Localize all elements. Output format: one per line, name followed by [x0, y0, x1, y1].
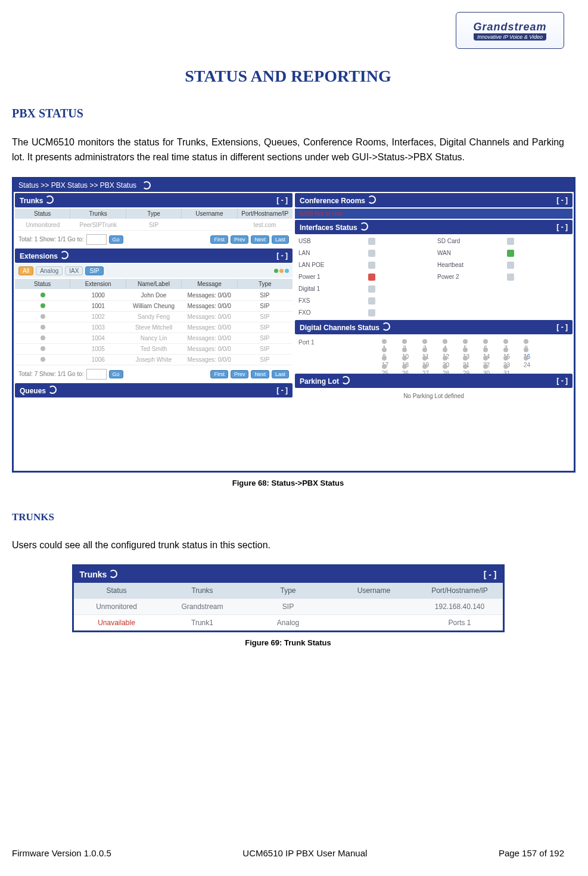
prev-button[interactable]: Prev — [231, 235, 249, 244]
collapse-icon[interactable]: [ - ] — [276, 196, 288, 204]
interface-label: Digital 1 — [295, 283, 365, 295]
filter-all[interactable]: All — [18, 266, 33, 275]
trunks-panel-header[interactable]: Trunks [ - ] — [15, 193, 293, 207]
cell — [331, 599, 417, 614]
collapse-icon[interactable]: [ - ] — [276, 251, 288, 260]
refresh-icon[interactable] — [109, 570, 117, 578]
conference-room-row: 6300 Not In Use — [295, 209, 573, 219]
digital-channel: 11 — [422, 347, 427, 352]
goto-input[interactable] — [86, 234, 107, 245]
trunks-pager: Total: 1 Show: 1/1 Go to: Go First Prev … — [15, 232, 293, 247]
cell: SIP — [237, 355, 293, 365]
collapse-icon[interactable]: [ - ] — [556, 196, 568, 204]
interface-status-icon — [365, 247, 434, 259]
refresh-icon[interactable] — [382, 322, 390, 331]
next-button[interactable]: Next — [251, 370, 269, 378]
cell — [15, 312, 70, 322]
footer-center: UCM6510 IP PBX User Manual — [242, 848, 367, 858]
extension-row: 1004Nancy LinMessages: 0/0/0SIP — [15, 333, 293, 344]
interface-label — [434, 283, 503, 295]
collapse-icon[interactable]: [ - ] — [556, 323, 568, 331]
interfaces-panel-header[interactable]: Interfaces Status [ - ] — [295, 220, 573, 234]
cell: SIP — [237, 322, 293, 333]
digital-channel: 2 — [402, 339, 407, 344]
status-dot-icon — [41, 336, 45, 340]
cell: Grandstream — [160, 599, 245, 614]
collapse-icon[interactable]: [ - ] — [556, 223, 568, 231]
cell: Messages: 0/0/0 — [182, 322, 237, 333]
refresh-icon[interactable] — [341, 376, 350, 384]
filter-analog[interactable]: Analog — [36, 266, 63, 275]
last-button[interactable]: Last — [272, 370, 289, 378]
refresh-icon[interactable] — [360, 222, 368, 231]
digital-body: Port 1 123456789101112131415161718192021… — [295, 336, 573, 372]
cell: SIP — [245, 599, 331, 614]
go-button[interactable]: Go — [109, 370, 123, 378]
cell: SIP — [126, 220, 181, 231]
cell: 1002 — [70, 312, 126, 322]
refresh-icon[interactable] — [368, 195, 376, 204]
last-button[interactable]: Last — [272, 235, 289, 244]
collapse-icon[interactable]: [ - ] — [276, 386, 288, 394]
cell — [15, 290, 70, 301]
prev-button[interactable]: Prev — [231, 370, 249, 378]
status-dot-icon — [41, 293, 45, 297]
col: Type — [238, 279, 293, 289]
digital-title: Digital Channels Status — [300, 324, 379, 332]
interface-label — [434, 295, 503, 307]
interface-status-icon — [503, 307, 573, 319]
queues-title: Queues — [20, 387, 46, 395]
conference-panel-header[interactable]: Conference Rooms [ - ] — [295, 193, 573, 207]
interface-status-icon — [503, 295, 573, 307]
page-title: STATUS AND REPORTING — [12, 67, 564, 86]
refresh-icon[interactable] — [60, 251, 69, 259]
digital-channel: 23 — [503, 356, 508, 361]
cell: Messages: 0/0/0 — [182, 333, 237, 344]
digital-channel: 3 — [422, 339, 427, 344]
interface-label: Power 1 — [295, 271, 365, 283]
extensions-pager: Total: 7 Show: 1/1 Go to: Go First Prev … — [15, 366, 293, 382]
digital-channel: 13 — [463, 347, 468, 352]
cell: Ted Smith — [126, 344, 181, 355]
extensions-panel-header[interactable]: Extensions [ - ] — [15, 248, 293, 263]
trunks2-row: Unmonitored Grandstream SIP 192.168.40.1… — [74, 598, 503, 614]
queues-panel-header[interactable]: Queues [ - ] — [15, 383, 293, 397]
cell: test.com — [237, 220, 293, 231]
digital-channel: 26 — [402, 364, 407, 369]
cell: William Cheung — [126, 301, 181, 312]
figure-68-screenshot: Status >> PBX Status >> PBX Status Trunk… — [12, 177, 575, 473]
first-button[interactable]: First — [210, 235, 228, 244]
paragraph-pbx-status: The UCM6510 monitors the status for Trun… — [12, 135, 564, 165]
col: Trunks — [160, 583, 245, 598]
parking-panel-header[interactable]: Parking Lot [ - ] — [295, 374, 573, 388]
filter-iax[interactable]: IAX — [65, 266, 83, 275]
trunks2-header[interactable]: Trunks [ - ] — [74, 566, 503, 583]
cell: Unmonitored — [74, 599, 160, 614]
collapse-icon[interactable]: [ - ] — [484, 570, 497, 579]
refresh-icon[interactable] — [142, 181, 151, 190]
filter-sip[interactable]: SIP — [85, 266, 103, 275]
cell — [15, 322, 70, 333]
parking-title: Parking Lot — [300, 377, 339, 386]
refresh-icon[interactable] — [48, 386, 57, 394]
refresh-icon[interactable] — [45, 195, 54, 204]
first-button[interactable]: First — [210, 370, 228, 378]
status-dot-icon — [41, 303, 45, 308]
digital-panel-header[interactable]: Digital Channels Status [ - ] — [295, 320, 573, 334]
extension-row: 1002Sandy FengMessages: 0/0/0SIP — [15, 312, 293, 322]
cell — [182, 220, 237, 231]
footer-left: Firmware Version 1.0.0.5 — [12, 848, 111, 858]
extensions-filter: All Analog IAX SIP — [15, 264, 293, 278]
trunks-title: Trunks — [20, 197, 43, 205]
digital-channel: 22 — [483, 356, 488, 361]
go-button[interactable]: Go — [109, 235, 123, 244]
goto-input[interactable] — [86, 369, 107, 380]
digital-channel: 30 — [483, 364, 488, 369]
next-button[interactable]: Next — [251, 235, 269, 244]
collapse-icon[interactable]: [ - ] — [556, 377, 568, 385]
parking-empty: No Parking Lot defined — [295, 389, 573, 403]
col-status: Status — [15, 209, 70, 219]
interface-label: SD Card — [434, 235, 503, 247]
cell: Steve Mitchell — [126, 322, 181, 333]
col-hostip: Port/Hostname/IP — [238, 209, 293, 219]
